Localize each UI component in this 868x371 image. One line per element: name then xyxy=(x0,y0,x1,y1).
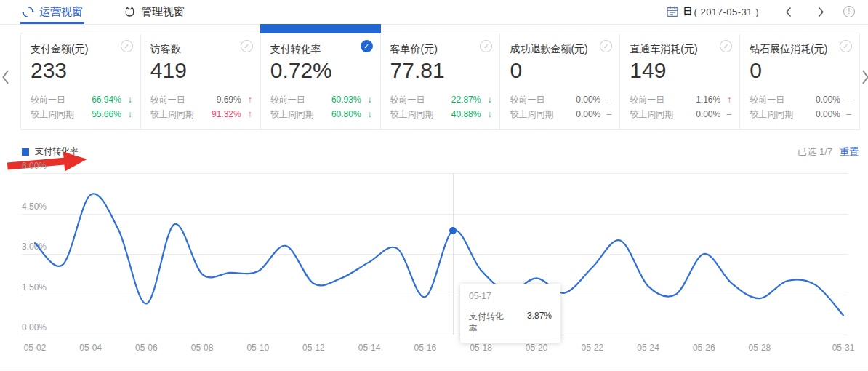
compare-label: 较上周同期 xyxy=(750,108,793,121)
compare-row: 较上周同期0.00%– xyxy=(750,107,851,121)
info-icon[interactable]: ! xyxy=(843,6,855,17)
compare-value: 0.00% xyxy=(576,109,600,119)
trend-flat-icon: – xyxy=(600,109,611,119)
y-axis-label: 4.50% xyxy=(22,202,47,212)
compare-label: 较前一日 xyxy=(150,94,185,106)
metric-check-icon[interactable]: ✓ xyxy=(840,40,852,52)
compare-row: 较前一日22.87%↓ xyxy=(390,92,492,107)
x-axis-label: 05-28 xyxy=(739,343,780,353)
x-axis-label: 05-12 xyxy=(293,343,334,353)
date-value[interactable]: ( 2017-05-31 ) xyxy=(694,7,759,17)
compare-value: 0.00% xyxy=(576,95,600,105)
trend-down-icon: ↓ xyxy=(121,109,132,119)
chevron-left-icon xyxy=(1,69,9,85)
metric-check-icon[interactable]: ✓ xyxy=(241,40,253,52)
metric-compare-rows: 较前一日0.00%–较上周同期0.00%– xyxy=(750,92,851,121)
compare-value: 0.00% xyxy=(816,109,840,119)
compare-row: 较上周同期0.00%– xyxy=(630,107,731,121)
legend-item-payment-conversion[interactable]: 支付转化率 xyxy=(22,145,79,158)
metric-card-3[interactable]: ✓支付转化率0.72%较前一日60.93%↓较上周同期60.80%↓ xyxy=(260,33,381,130)
compare-row: 较上周同期60.80%↓ xyxy=(270,107,372,121)
metric-card-2[interactable]: ✓访客数419较前一日9.69%↑较上周同期91.32%↑ xyxy=(140,33,261,130)
tooltip-metric-label: 支付转化率 xyxy=(469,311,511,335)
metric-compare-rows: 较前一日60.93%↓较上周同期60.80%↓ xyxy=(270,92,372,121)
metric-check-icon[interactable]: ✓ xyxy=(600,40,612,52)
date-granularity-day[interactable]: 日 xyxy=(683,5,693,18)
metric-title: 钻石展位消耗(元) xyxy=(750,43,850,56)
x-axis-label: 05-16 xyxy=(405,343,446,353)
reset-button[interactable]: 重置 xyxy=(840,145,859,159)
compare-label: 较上周同期 xyxy=(270,108,314,121)
chart-tooltip: 05-17 支付转化率 3.87% xyxy=(460,284,560,343)
x-axis-label: 05-20 xyxy=(516,343,557,353)
metric-check-icon[interactable]: ✓ xyxy=(121,40,133,52)
compare-value: 9.69% xyxy=(217,95,241,105)
metric-card-5[interactable]: ✓成功退款金额(元)0较前一日0.00%–较上周同期0.00%– xyxy=(499,33,620,130)
metric-card-1[interactable]: ✓支付金额(元)233较前一日66.94%↓较上周同期55.66%↓ xyxy=(20,33,141,130)
gridline xyxy=(22,295,848,295)
date-next-button[interactable] xyxy=(818,7,824,17)
x-axis-label: 05-24 xyxy=(628,343,669,353)
y-axis-label: 1.50% xyxy=(22,282,47,292)
chevron-right-icon xyxy=(818,7,824,17)
trend-flat-icon: – xyxy=(600,95,611,105)
compare-label: 较上周同期 xyxy=(390,108,434,121)
chevron-right-icon xyxy=(861,69,868,85)
compare-row: 较前一日60.93%↓ xyxy=(270,92,372,107)
compare-value: 40.88% xyxy=(451,109,481,119)
metric-value: 0.72% xyxy=(270,58,371,83)
metric-title: 支付转化率 xyxy=(270,43,371,56)
compare-row: 较前一日66.94%↓ xyxy=(31,92,132,107)
metric-compare-rows: 较前一日1.16%↑较上周同期0.00%– xyxy=(630,92,731,121)
chart-actions: 已选 1/7 重置 xyxy=(797,145,859,159)
metric-value: 0 xyxy=(510,58,610,83)
calendar-icon[interactable] xyxy=(666,5,679,18)
compare-row: 较上周同期55.66%↓ xyxy=(31,107,132,121)
date-prev-button[interactable] xyxy=(785,7,792,17)
trend-flat-icon: – xyxy=(840,109,851,119)
trend-up-icon: ↑ xyxy=(241,95,252,105)
cards-scroll-left-button[interactable] xyxy=(1,69,9,88)
cards-scroll-right-button[interactable] xyxy=(861,69,868,88)
metric-card-4[interactable]: ✓客单价(元)77.81较前一日22.87%↓较上周同期40.88%↓ xyxy=(380,33,501,130)
x-axis-label: 05-04 xyxy=(71,343,111,353)
tab-operations-view[interactable]: 运营视窗 xyxy=(20,0,84,23)
compare-value: 55.66% xyxy=(92,109,121,119)
legend-label: 支付转化率 xyxy=(35,145,79,158)
x-axis-label: 05-10 xyxy=(238,343,278,353)
compare-row: 较上周同期91.32%↑ xyxy=(150,107,252,121)
gridline xyxy=(22,254,848,255)
compare-row: 较上周同期40.88%↓ xyxy=(390,107,492,121)
highlighted-point xyxy=(449,227,457,234)
metric-compare-rows: 较前一日9.69%↑较上周同期91.32%↑ xyxy=(150,92,252,121)
tab-management-view[interactable]: 管理视窗 xyxy=(124,0,185,23)
compare-label: 较前一日 xyxy=(630,94,664,106)
compare-value: 0.00% xyxy=(816,95,840,105)
metric-value: 77.81 xyxy=(390,58,491,83)
operations-icon xyxy=(22,6,34,18)
metric-compare-rows: 较前一日22.87%↓较上周同期40.88%↓ xyxy=(390,92,492,121)
compare-label: 较上周同期 xyxy=(31,108,74,121)
x-axis-label: 05-18 xyxy=(461,343,502,353)
metric-value: 149 xyxy=(630,58,730,83)
metric-title: 成功退款金额(元) xyxy=(510,43,610,56)
y-axis-label: 6.00% xyxy=(22,161,47,171)
metric-title: 客单价(元) xyxy=(390,43,491,56)
metric-card-7[interactable]: ✓钻石展位消耗(元)0较前一日0.00%–较上周同期0.00%– xyxy=(739,33,860,130)
metric-check-icon[interactable]: ✓ xyxy=(720,40,732,52)
legend-swatch-icon xyxy=(22,148,29,156)
date-controls: 日 ( 2017-05-31 ) ! xyxy=(666,0,855,23)
metric-check-icon[interactable]: ✓ xyxy=(480,40,492,52)
metric-selected-check-icon[interactable]: ✓ xyxy=(361,40,373,52)
compare-label: 较前一日 xyxy=(510,94,544,106)
compare-value: 91.32% xyxy=(212,109,241,119)
compare-value: 1.16% xyxy=(696,95,720,105)
compare-label: 较上周同期 xyxy=(630,108,673,121)
compare-label: 较前一日 xyxy=(750,94,784,106)
compare-row: 较前一日9.69%↑ xyxy=(150,92,252,107)
metric-card-6[interactable]: ✓直通车消耗(元)149较前一日1.16%↑较上周同期0.00%– xyxy=(619,33,740,130)
compare-value: 60.80% xyxy=(331,109,361,119)
compare-value: 60.93% xyxy=(331,95,361,105)
compare-row: 较前一日0.00%– xyxy=(750,92,851,107)
compare-value: 66.94% xyxy=(92,95,121,105)
